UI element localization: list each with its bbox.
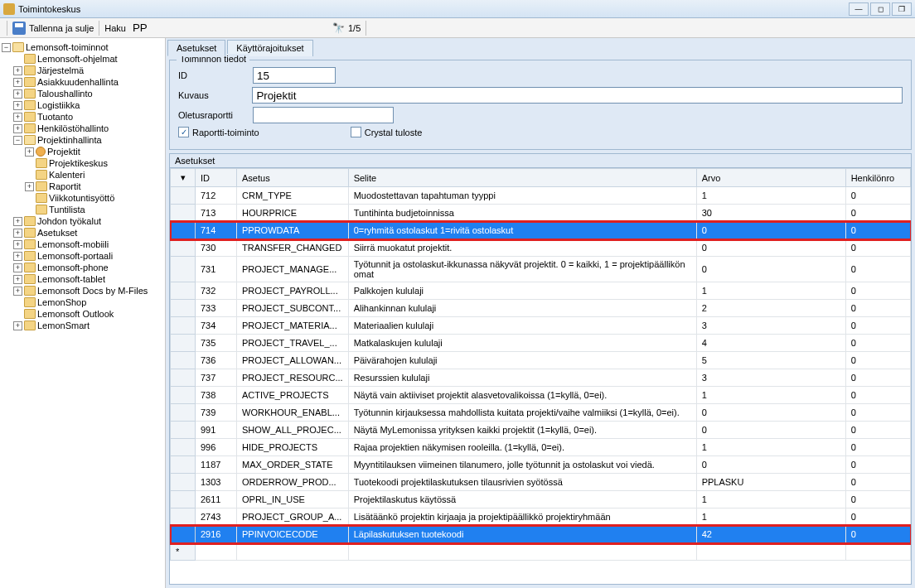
cell-h[interactable]: 0 [845, 187, 910, 205]
tree-item[interactable]: Kalenteri [2, 169, 163, 181]
cell-id[interactable]: 738 [196, 387, 237, 404]
cell-id[interactable]: 730 [196, 239, 237, 257]
cell-arvo[interactable]: 1 [696, 439, 845, 456]
cell-arvo[interactable]: 0 [696, 404, 845, 422]
cell-asetus[interactable] [237, 543, 349, 561]
table-row[interactable]: 1187MAX_ORDER_STATEMyyntitilauksen viime… [171, 456, 911, 474]
row-header[interactable] [171, 282, 196, 300]
restore-button[interactable]: ❐ [892, 2, 912, 16]
row-header[interactable] [171, 387, 196, 404]
tree-item[interactable]: +Johdon työkalut [2, 215, 163, 227]
cell-h[interactable]: 0 [845, 474, 910, 491]
cell-id[interactable]: 713 [196, 205, 237, 222]
tree-item[interactable]: +Tuotanto [2, 111, 163, 123]
tree-item[interactable]: LemonShop [2, 296, 163, 308]
cell-id[interactable]: 2916 [196, 526, 237, 543]
column-header[interactable]: Henkilönro [845, 169, 910, 187]
table-row[interactable]: 2743PROJECT_GROUP_A...Lisätäänkö projekt… [171, 508, 911, 526]
tree-item[interactable]: Viikkotuntisyöttö [2, 192, 163, 204]
cell-id[interactable]: 736 [196, 352, 237, 369]
tree-item[interactable]: +Lemonsoft-mobiili [2, 239, 163, 250]
cell-selite[interactable]: 0=ryhmitä ostolaskut 1=rivitä ostolaskut [348, 222, 696, 239]
kuvaus-field[interactable] [252, 87, 903, 104]
cell-selite[interactable]: Siirrä muokatut projektit. [348, 239, 696, 257]
save-close-button[interactable]: Tallenna ja sulje [29, 23, 94, 33]
table-row[interactable]: * [171, 543, 911, 561]
tree-item[interactable]: +Järjestelmä [2, 65, 163, 76]
cell-asetus[interactable]: PROJECT_GROUP_A... [237, 508, 349, 526]
cell-h[interactable]: 0 [845, 491, 910, 508]
table-row[interactable]: 731PROJECT_MANAGE...Työtunnit ja ostolas… [171, 257, 911, 282]
cell-asetus[interactable]: PROJECT_ALLOWAN... [237, 352, 349, 369]
settings-grid[interactable]: ▾IDAsetusSeliteArvoHenkilönro 712CRM_TYP… [170, 168, 911, 584]
cell-asetus[interactable]: TRANSFER_CHANGED [237, 239, 349, 257]
cell-id[interactable]: 739 [196, 404, 237, 422]
cell-id[interactable]: 2611 [196, 491, 237, 508]
cell-id[interactable]: 731 [196, 257, 237, 282]
table-row[interactable]: 738ACTIVE_PROJECTSNäytä vain aktiiviset … [171, 387, 911, 404]
cell-asetus[interactable]: PROJECT_MANAGE... [237, 257, 349, 282]
cell-selite[interactable]: Resurssien kululaji [348, 369, 696, 387]
cell-asetus[interactable]: MAX_ORDER_STATE [237, 456, 349, 474]
tree-item[interactable]: Lemonsoft-ohjelmat [2, 53, 163, 65]
tree-item[interactable]: +Lemonsoft-tablet [2, 273, 163, 285]
maximize-button[interactable]: ◻ [870, 2, 890, 16]
row-header[interactable] [171, 205, 196, 222]
cell-id[interactable]: 714 [196, 222, 237, 239]
cell-h[interactable]: 0 [845, 205, 910, 222]
cell-asetus[interactable]: PROJECT_PAYROLL... [237, 282, 349, 300]
cell-asetus[interactable]: SHOW_ALL_PROJEC... [237, 422, 349, 439]
cell-selite[interactable]: Matkalaskujen kululaji [348, 335, 696, 352]
cell-selite[interactable]: Muodostettavan tapahtuman tyyppi [348, 187, 696, 205]
cell-arvo[interactable] [696, 543, 845, 561]
row-selector-header[interactable]: ▾ [171, 169, 196, 187]
cell-selite[interactable]: Tuntihinta budjetoinnissa [348, 205, 696, 222]
cell-asetus[interactable]: WORKHOUR_ENABL... [237, 404, 349, 422]
cell-selite[interactable]: Projektilaskutus käytössä [348, 491, 696, 508]
row-header[interactable] [171, 508, 196, 526]
table-row[interactable]: 737PROJECT_RESOURC...Resurssien kululaji… [171, 369, 911, 387]
row-header[interactable] [171, 187, 196, 205]
row-header[interactable] [171, 422, 196, 439]
cell-arvo[interactable]: 1 [696, 282, 845, 300]
cell-h[interactable]: 0 [845, 257, 910, 282]
cell-asetus[interactable]: PROJECT_TRAVEL_... [237, 335, 349, 352]
cell-arvo[interactable]: 0 [696, 257, 845, 282]
cell-asetus[interactable]: HIDE_PROJECTS [237, 439, 349, 456]
cell-selite[interactable]: Läpilaskutuksen tuotekoodi [348, 526, 696, 543]
row-header[interactable] [171, 439, 196, 456]
row-header[interactable] [171, 352, 196, 369]
cell-h[interactable]: 0 [845, 439, 910, 456]
cell-h[interactable]: 0 [845, 526, 910, 543]
tree-item[interactable]: +Asiakkuudenhallinta [2, 76, 163, 88]
table-row[interactable]: 733PROJECT_SUBCONT...Alihankinnan kulula… [171, 300, 911, 317]
cell-h[interactable]: 0 [845, 387, 910, 404]
tree-item[interactable]: +Lemonsoft-phone [2, 262, 163, 273]
cell-asetus[interactable]: PPROWDATA [237, 222, 349, 239]
cell-arvo[interactable]: 42 [696, 526, 845, 543]
cell-asetus[interactable]: HOURPRICE [237, 205, 349, 222]
oletusraportti-field[interactable] [253, 107, 394, 123]
row-header[interactable] [171, 335, 196, 352]
table-row[interactable]: 730TRANSFER_CHANGEDSiirrä muokatut proje… [171, 239, 911, 257]
cell-arvo[interactable]: 2 [696, 300, 845, 317]
cell-h[interactable]: 0 [845, 239, 910, 257]
cell-id[interactable]: 1303 [196, 474, 237, 491]
table-row[interactable]: 735PROJECT_TRAVEL_...Matkalaskujen kulul… [171, 335, 911, 352]
cell-arvo[interactable]: 0 [696, 422, 845, 439]
cell-arvo[interactable]: 0 [696, 456, 845, 474]
raportti-checkbox[interactable]: ✓ Raportti-toiminto [178, 127, 259, 137]
cell-id[interactable]: 734 [196, 317, 237, 335]
cell-h[interactable]: 0 [845, 369, 910, 387]
row-header[interactable] [171, 369, 196, 387]
cell-id[interactable]: 1187 [196, 456, 237, 474]
cell-selite[interactable]: Materiaalien kululaji [348, 317, 696, 335]
binoculars-icon[interactable]: 🔭 [332, 22, 345, 34]
cell-id[interactable]: 996 [196, 439, 237, 456]
tree-item[interactable]: +Henkilöstöhallinto [2, 123, 163, 134]
cell-asetus[interactable]: PROJECT_RESOURC... [237, 369, 349, 387]
cell-h[interactable] [845, 543, 910, 561]
id-field[interactable] [253, 67, 336, 84]
cell-selite[interactable]: Myyntitilauksen viimeinen tilanumero, jo… [348, 456, 696, 474]
cell-arvo[interactable]: 1 [696, 508, 845, 526]
